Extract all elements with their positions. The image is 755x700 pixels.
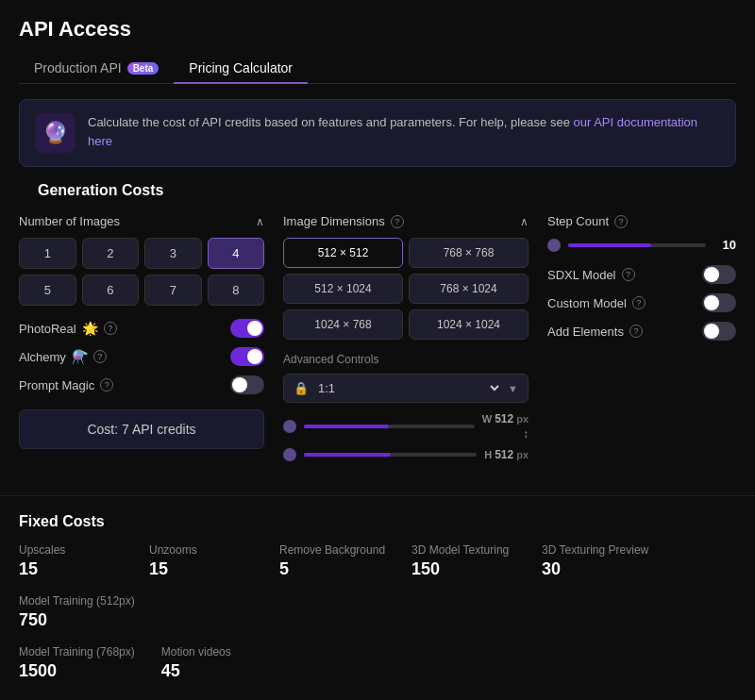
add-elements-toggle[interactable]	[702, 322, 736, 341]
num-images-grid: 1 2 3 4 5 6 7 8	[19, 238, 264, 306]
fixed-item-3d-texturing: 3D Model Texturing 150	[411, 543, 515, 579]
tab-production[interactable]: Production API Beta	[19, 53, 174, 83]
prompt-magic-row: Prompt Magic ?	[19, 375, 264, 394]
width-slider-thumb[interactable]	[283, 420, 296, 433]
model-training-768-label: Model Training (768px)	[19, 645, 135, 658]
sdxl-help[interactable]: ?	[622, 268, 635, 281]
step-slider-track[interactable]	[568, 243, 706, 247]
width-unit: px	[516, 413, 528, 425]
step-slider-row: 10	[547, 238, 736, 252]
model-training-512-value: 750	[19, 610, 135, 630]
motion-videos-value: 45	[161, 661, 265, 681]
photoreal-toggle[interactable]	[230, 319, 264, 338]
info-banner: 🔮 Calculate the cost of API credits base…	[19, 99, 736, 167]
num-btn-3[interactable]: 3	[144, 238, 202, 269]
generation-costs-section: Generation Costs Number of Images ∧ 1 2 …	[0, 182, 755, 469]
unzooms-value: 15	[149, 559, 253, 579]
dim-btn-512x512[interactable]: 512 × 512	[283, 238, 403, 268]
banner-text: Calculate the cost of API credits based …	[88, 113, 720, 150]
fixed-item-remove-bg: Remove Background 5	[279, 543, 385, 579]
num-btn-6[interactable]: 6	[82, 275, 140, 306]
num-btn-7[interactable]: 7	[144, 275, 202, 306]
width-slider-fill	[304, 425, 389, 428]
add-elements-help[interactable]: ?	[629, 325, 643, 338]
alchemy-label: Alchemy ⚗️ ?	[19, 349, 230, 364]
custom-model-help[interactable]: ?	[632, 296, 646, 309]
num-images-chevron[interactable]: ∧	[256, 215, 264, 228]
fixed-costs-grid-2: Model Training (768px) 1500 Motion video…	[19, 645, 736, 696]
num-btn-5[interactable]: 5	[19, 275, 76, 306]
alchemy-help[interactable]: ?	[93, 350, 107, 363]
step-column: Step Count ? 10 SDXL Model ? Custom M	[547, 214, 736, 469]
3d-preview-label: 3D Texturing Preview	[542, 543, 648, 557]
swap-arrows[interactable]: ↕	[523, 427, 528, 441]
height-slider-fill	[304, 453, 391, 457]
3d-preview-value: 30	[542, 559, 648, 579]
aspect-ratio-select[interactable]: 1:1 4:3 16:9	[314, 380, 502, 396]
page-header: API Access Production API Beta Pricing C…	[0, 0, 755, 84]
prompt-magic-toggle[interactable]	[230, 375, 264, 394]
num-btn-1[interactable]: 1	[19, 238, 76, 269]
fixed-item-3d-preview: 3D Texturing Preview 30	[542, 543, 648, 579]
fixed-item-model-training-768: Model Training (768px) 1500	[19, 645, 135, 681]
height-value: H 512 px	[484, 448, 528, 461]
upscales-value: 15	[19, 559, 123, 579]
prompt-magic-label: Prompt Magic ?	[19, 378, 230, 392]
height-slider-thumb[interactable]	[283, 448, 296, 461]
num-btn-4[interactable]: 4	[208, 238, 265, 269]
model-training-512-label: Model Training (512px)	[19, 594, 135, 608]
unzooms-label: Unzooms	[149, 543, 253, 557]
height-slider-track[interactable]	[304, 453, 477, 457]
dimensions-column: Image Dimensions ? ∧ 512 × 512 768 × 768…	[283, 214, 528, 469]
page-title: API Access	[19, 17, 736, 42]
generation-costs-title: Generation Costs	[38, 182, 717, 199]
step-count-help[interactable]: ?	[614, 215, 628, 228]
num-btn-8[interactable]: 8	[208, 275, 265, 306]
banner-description: Calculate the cost of API credits based …	[88, 115, 574, 129]
remove-bg-value: 5	[279, 559, 385, 579]
dimensions-chevron[interactable]: ∧	[520, 215, 528, 228]
height-slider-row: H 512 px	[283, 448, 528, 461]
images-column: Number of Images ∧ 1 2 3 4 5 6 7 8 Photo…	[19, 214, 264, 469]
dim-btn-768x768[interactable]: 768 × 768	[409, 238, 528, 268]
add-elements-row: Add Elements ?	[547, 322, 736, 341]
beta-badge: Beta	[127, 62, 159, 75]
photoreal-help[interactable]: ?	[104, 322, 117, 335]
fixed-costs-grid: Upscales 15 Unzooms 15 Remove Background…	[19, 543, 736, 645]
tab-pricing[interactable]: Pricing Calculator	[174, 53, 308, 83]
fixed-item-unzooms: Unzooms 15	[149, 543, 253, 579]
tab-pricing-label: Pricing Calculator	[189, 60, 293, 75]
custom-model-toggle[interactable]	[702, 293, 736, 312]
model-training-768-value: 1500	[19, 661, 135, 681]
fixed-item-upscales: Upscales 15	[19, 543, 123, 579]
aspect-ratio-row: 🔒 1:1 4:3 16:9 ▼	[283, 374, 528, 403]
custom-model-row: Custom Model ?	[547, 293, 736, 312]
dim-btn-1024x768[interactable]: 1024 × 768	[283, 309, 403, 340]
add-elements-label: Add Elements ?	[547, 325, 702, 339]
sdxl-row: SDXL Model ?	[547, 265, 736, 284]
dim-btn-768x1024[interactable]: 768 × 1024	[409, 274, 528, 304]
photoreal-label: PhotoReal 🌟 ?	[19, 321, 230, 336]
prompt-magic-help[interactable]: ?	[100, 378, 113, 392]
num-btn-2[interactable]: 2	[82, 238, 140, 269]
height-value-col: H 512 px	[484, 448, 528, 461]
photoreal-row: PhotoReal 🌟 ?	[19, 319, 264, 338]
step-value: 10	[713, 238, 736, 252]
step-count-label: Step Count ?	[547, 214, 736, 228]
dimensions-help[interactable]: ?	[391, 215, 404, 228]
width-label: W	[482, 413, 492, 425]
step-slider-fill	[568, 243, 651, 247]
height-unit: px	[516, 449, 528, 460]
height-label: H	[484, 449, 492, 460]
3d-texturing-label: 3D Model Texturing	[411, 543, 515, 557]
width-slider-track[interactable]	[304, 425, 475, 428]
alchemy-toggle[interactable]	[230, 347, 264, 366]
banner-icon: 🔮	[35, 113, 75, 153]
step-slider-thumb[interactable]	[547, 239, 561, 252]
cost-text: Cost: 7 API credits	[87, 422, 195, 437]
sdxl-toggle[interactable]	[702, 265, 736, 284]
num-images-label: Number of Images ∧	[19, 214, 264, 228]
aspect-dropdown-icon: ▼	[508, 383, 518, 394]
dim-btn-512x1024[interactable]: 512 × 1024	[283, 274, 403, 304]
dim-btn-1024x1024[interactable]: 1024 × 1024	[409, 309, 528, 340]
